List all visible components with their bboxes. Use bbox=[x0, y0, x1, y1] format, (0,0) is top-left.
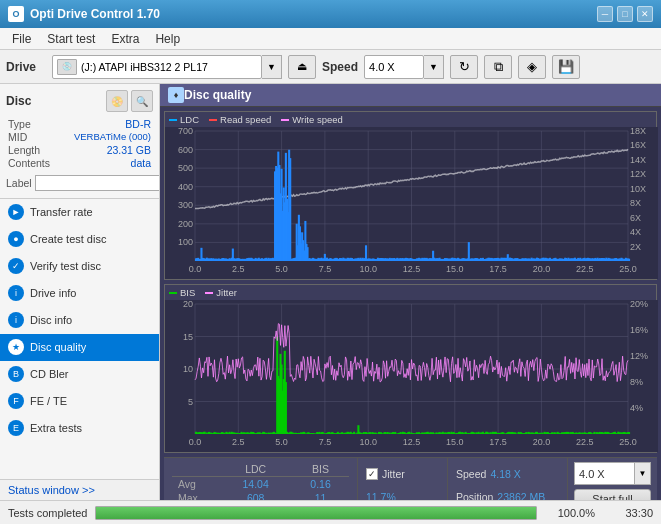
minimize-button[interactable]: ─ bbox=[597, 6, 613, 22]
refresh-button[interactable]: ↻ bbox=[450, 55, 478, 79]
save-button[interactable]: 💾 bbox=[552, 55, 580, 79]
disc-quality-icon: ★ bbox=[8, 339, 24, 355]
sidebar-item-cd-bler[interactable]: B CD Bler bbox=[0, 361, 159, 388]
sidebar-item-disc-info[interactable]: i Disc info bbox=[0, 307, 159, 334]
content-title: Disc quality bbox=[184, 88, 251, 102]
mid-key: MID bbox=[8, 131, 27, 143]
th-ldc: LDC bbox=[219, 462, 292, 477]
copy-button[interactable]: ⧉ bbox=[484, 55, 512, 79]
eject-button[interactable]: ⏏ bbox=[288, 55, 316, 79]
jitter-checkbox-label: Jitter bbox=[382, 468, 405, 480]
disc-section: Disc 📀 🔍 Type BD-R MID VERBATiMe (000) L… bbox=[0, 84, 159, 199]
status-text: Tests completed bbox=[8, 507, 87, 519]
stats-table: LDC BIS Avg 14.04 0.16 Max bbox=[172, 462, 349, 500]
drive-label: Drive bbox=[6, 60, 46, 74]
speed-dropdown-arrow[interactable]: ▼ bbox=[424, 55, 444, 79]
jitter-section: ✓ Jitter 11.7% 15.8% bbox=[357, 458, 447, 500]
menu-bar: File Start test Extra Help bbox=[0, 28, 661, 50]
sidebar-item-create-test-disc[interactable]: ● Create test disc bbox=[0, 226, 159, 253]
time-display: 33:30 bbox=[603, 507, 653, 519]
sidebar-item-transfer-rate[interactable]: ► Transfer rate bbox=[0, 199, 159, 226]
status-bar: Tests completed 100.0% 33:30 bbox=[0, 500, 661, 524]
close-button[interactable]: ✕ bbox=[637, 6, 653, 22]
sidebar-item-verify-test-disc[interactable]: ✓ Verify test disc bbox=[0, 253, 159, 280]
avg-ldc: 14.04 bbox=[219, 477, 292, 492]
drive-select[interactable]: 💿 (J:) ATAPI iHBS312 2 PL17 bbox=[52, 55, 262, 79]
progress-bar bbox=[95, 506, 537, 520]
drive-info-label: Drive info bbox=[30, 287, 76, 299]
bottom-chart-wrapper: BIS Jitter bbox=[164, 284, 657, 453]
drive-name: (J:) ATAPI iHBS312 2 PL17 bbox=[81, 61, 257, 73]
placeholder-button[interactable]: ◈ bbox=[518, 55, 546, 79]
sidebar-item-extra-tests[interactable]: E Extra tests bbox=[0, 415, 159, 442]
stats-bar: LDC BIS Avg 14.04 0.16 Max bbox=[164, 457, 657, 500]
stats-row-avg: Avg 14.04 0.16 bbox=[172, 477, 349, 492]
app-icon: O bbox=[8, 6, 24, 22]
disc-icon-1[interactable]: 📀 bbox=[106, 90, 128, 112]
title-bar: O Opti Drive Control 1.70 ─ □ ✕ bbox=[0, 0, 661, 28]
bottom-chart-canvas bbox=[165, 300, 658, 452]
speed-label: Speed bbox=[322, 60, 358, 74]
max-label: Max bbox=[172, 491, 219, 500]
create-test-disc-label: Create test disc bbox=[30, 233, 106, 245]
extra-tests-icon: E bbox=[8, 420, 24, 436]
menu-extra[interactable]: Extra bbox=[103, 30, 147, 48]
length-key: Length bbox=[8, 144, 40, 156]
max-bis: 11 bbox=[292, 491, 349, 500]
sidebar-item-disc-quality[interactable]: ★ Disc quality bbox=[0, 334, 159, 361]
avg-label: Avg bbox=[172, 477, 219, 492]
mid-val: VERBATiMe (000) bbox=[74, 131, 151, 143]
stats-row-max: Max 608 11 bbox=[172, 491, 349, 500]
content-area: ♦ Disc quality LDC Read speed bbox=[160, 84, 661, 500]
top-chart-canvas bbox=[165, 127, 658, 279]
menu-start-test[interactable]: Start test bbox=[39, 30, 103, 48]
label-input[interactable] bbox=[35, 175, 160, 191]
th-empty bbox=[172, 462, 219, 477]
sidebar-item-drive-info[interactable]: i Drive info bbox=[0, 280, 159, 307]
read-legend-dot bbox=[209, 119, 217, 121]
type-key: Type bbox=[8, 118, 31, 130]
menu-help[interactable]: Help bbox=[147, 30, 188, 48]
progress-fill bbox=[96, 507, 536, 519]
extra-tests-label: Extra tests bbox=[30, 422, 82, 434]
ldc-legend-label: LDC bbox=[180, 114, 199, 125]
jitter-checkbox[interactable]: ✓ bbox=[366, 468, 378, 480]
cd-bler-icon: B bbox=[8, 366, 24, 382]
bottom-chart-legend: BIS Jitter bbox=[165, 285, 656, 300]
top-chart-wrapper: LDC Read speed Write speed bbox=[164, 111, 657, 280]
speed-value: 4.0 X bbox=[369, 61, 419, 73]
disc-section-label: Disc bbox=[6, 94, 31, 108]
read-legend-label: Read speed bbox=[220, 114, 271, 125]
disc-info-label: Disc info bbox=[30, 314, 72, 326]
position-val: 23862 MB bbox=[497, 491, 545, 500]
content-icon: ♦ bbox=[168, 87, 184, 103]
verify-test-disc-icon: ✓ bbox=[8, 258, 24, 274]
length-val: 23.31 GB bbox=[107, 144, 151, 156]
avg-jitter-val: 11.7% bbox=[366, 491, 439, 500]
bis-legend-dot bbox=[169, 292, 177, 294]
speed-dropdown[interactable]: 4.0 X ▼ bbox=[574, 462, 651, 485]
speed-select[interactable]: 4.0 X bbox=[364, 55, 424, 79]
disc-icon-2[interactable]: 🔍 bbox=[131, 90, 153, 112]
menu-file[interactable]: File bbox=[4, 30, 39, 48]
cd-bler-label: CD Bler bbox=[30, 368, 69, 380]
speed-dropdown-arrow-icon: ▼ bbox=[634, 463, 650, 484]
label-key: Label bbox=[6, 177, 32, 189]
sidebar-nav: ► Transfer rate ● Create test disc ✓ Ver… bbox=[0, 199, 159, 479]
toolbar: Drive 💿 (J:) ATAPI iHBS312 2 PL17 ▼ ⏏ Sp… bbox=[0, 50, 661, 84]
drive-info-icon: i bbox=[8, 285, 24, 301]
contents-key: Contents bbox=[8, 157, 50, 169]
sidebar-item-fe-te[interactable]: F FE / TE bbox=[0, 388, 159, 415]
type-val: BD-R bbox=[125, 118, 151, 130]
speed-dropdown-value: 4.0 X bbox=[575, 468, 634, 480]
drive-dropdown-arrow[interactable]: ▼ bbox=[262, 55, 282, 79]
maximize-button[interactable]: □ bbox=[617, 6, 633, 22]
transfer-rate-icon: ► bbox=[8, 204, 24, 220]
status-window-button[interactable]: Status window >> bbox=[0, 479, 159, 500]
jitter-legend-dot bbox=[205, 292, 213, 294]
speed-label-stat: Speed bbox=[456, 468, 486, 480]
progress-percent: 100.0% bbox=[545, 507, 595, 519]
start-full-button[interactable]: Start full bbox=[574, 489, 651, 500]
jitter-legend-label: Jitter bbox=[216, 287, 237, 298]
max-ldc: 608 bbox=[219, 491, 292, 500]
